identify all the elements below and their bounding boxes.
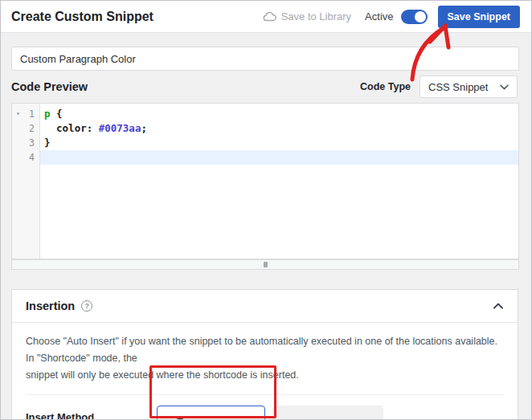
toggle-knob [415,11,426,22]
code-line: p { [40,107,518,121]
insert-method-label: Insert Method [26,406,157,420]
code-area[interactable]: p { color: #0073aa; } [40,104,518,259]
insertion-header: Insertion ? [12,290,518,323]
code-token: color: [44,122,99,134]
code-line: } [40,136,518,150]
code-editor[interactable]: ▾ 1 2 3 4 p { color: #0073aa; } [11,103,519,259]
gutter-line-3: 3 [12,136,39,150]
collapse-section-button[interactable] [493,303,503,309]
gutter-line-1: ▾ 1 [12,107,39,121]
auto-insert-label: Auto Insert [193,417,248,420]
auto-insert-button[interactable]: Auto Insert [157,406,265,420]
code-type-selected-value: CSS Snippet [428,81,488,93]
sync-icon [174,417,186,420]
css-value-token: #0073aa [99,122,141,134]
code-type-row: Code Type CSS Snippet [360,75,518,98]
insertion-heading: Insertion [26,300,75,312]
insertion-section: Insertion ? Choose "Auto Insert" if you … [11,289,518,420]
code-preview-heading: Code Preview [11,80,88,93]
code-token: } [44,137,51,149]
active-label: Active [365,10,393,22]
code-fold-icon[interactable]: ▾ [16,107,20,121]
editor-resize-handle[interactable] [11,259,519,270]
shortcode-icon: [/] [293,417,305,420]
resize-grip-icon [264,262,268,267]
app-header: Create Custom Snippet Save to Library Ac… [1,1,531,33]
chevron-up-icon [493,303,503,309]
divider [26,394,504,395]
gutter-line-4: 4 [12,150,39,165]
save-to-library-label: Save to Library [281,10,351,22]
code-token: ; [141,122,147,134]
code-token: { [51,108,63,120]
header-actions: Save to Library Active Save Snippet [263,6,520,28]
wpcode-snippet-editor: Create Custom Snippet Save to Library Ac… [0,0,532,420]
gutter-line-2: 2 [12,121,39,136]
line-number: 2 [29,123,35,134]
cloud-icon [263,11,276,22]
editor-gutter: ▾ 1 2 3 4 [12,104,40,259]
save-snippet-button[interactable]: Save Snippet [438,6,521,28]
css-selector-token: p [44,108,51,120]
shortcode-label: Shortcode [311,417,362,420]
help-icon[interactable]: ? [81,300,92,312]
snippet-title-input[interactable] [11,47,519,71]
code-type-select[interactable]: CSS Snippet [419,75,518,98]
shortcode-button[interactable]: [/] Shortcode [272,406,383,420]
line-number: 1 [29,108,35,120]
line-number: 4 [29,152,35,163]
active-toggle[interactable] [401,10,428,24]
page-title: Create Custom Snippet [11,10,263,24]
active-code-line [40,150,518,165]
code-line: color: #0073aa; [40,121,518,136]
insertion-body: Choose "Auto Insert" if you want the sni… [12,323,518,420]
code-type-label: Code Type [360,81,411,92]
line-number: 3 [29,137,35,149]
chevron-down-icon [500,84,509,90]
insertion-description: snippet will only be executed where the … [26,367,504,384]
insert-method-buttons: Auto Insert [/] Shortcode [157,406,383,420]
save-to-library-button[interactable]: Save to Library [263,10,351,22]
insert-method-row: Insert Method Auto Insert [/] Shortc [26,406,504,420]
insertion-description: Choose "Auto Insert" if you want the sni… [26,333,504,367]
